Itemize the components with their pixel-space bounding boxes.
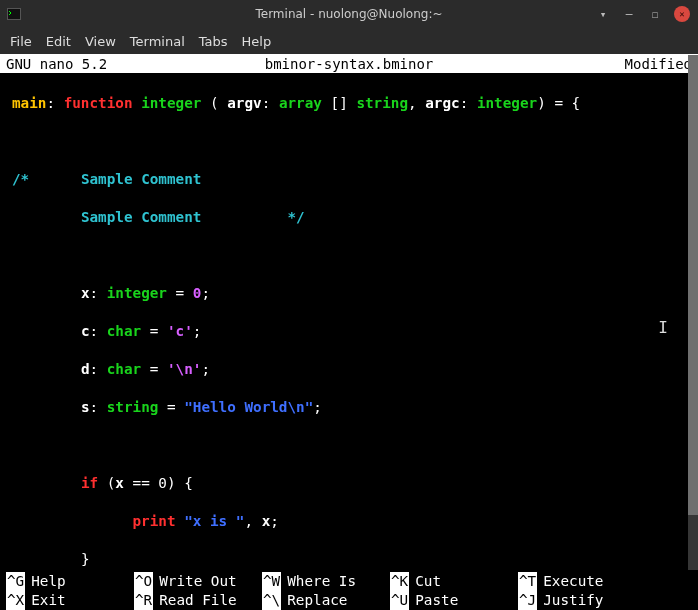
lit-hello: "Hello World\n" [184,399,313,415]
cmt-line2: Sample Comment [81,209,202,225]
shortcut-row-1: ^GHelp ^OWrite Out ^WWhere Is ^KCut ^TEx… [6,572,698,591]
id-x2: x [115,475,124,491]
menubar: File Edit View Terminal Tabs Help [0,28,698,54]
lit-xis: "x is " [184,513,244,529]
sc-execute[interactable]: ^TExecute [518,572,668,591]
shortcut-row-2: ^XExit ^RRead File ^\Replace ^UPaste ^JJ… [6,591,698,610]
sc-writeout[interactable]: ^OWrite Out [134,572,262,591]
lit-nl: '\n' [167,361,201,377]
sc-whereis[interactable]: ^WWhere Is [262,572,390,591]
menu-tabs[interactable]: Tabs [199,34,228,49]
kw-function: function [64,95,133,111]
menu-terminal[interactable]: Terminal [130,34,185,49]
typ-integer2: integer [477,95,537,111]
fn-main: main [12,95,46,111]
sc-cut[interactable]: ^KCut [390,572,518,591]
mouse-ibeam-icon: I [658,318,668,337]
lit-c: 'c' [167,323,193,339]
typ-string2: string [107,399,159,415]
cmt-line1: Sample Comment [81,171,202,187]
menu-view[interactable]: View [85,34,116,49]
menu-edit[interactable]: Edit [46,34,71,49]
typ-array: array [279,95,322,111]
typ-char: char [107,323,141,339]
sc-justify[interactable]: ^JJustify [518,591,668,610]
sc-replace[interactable]: ^\Replace [262,591,390,610]
typ-integer3: integer [107,285,167,301]
nano-filename: bminor-syntax.bminor [0,56,698,72]
menu-help[interactable]: Help [242,34,272,49]
menu-file[interactable]: File [10,34,32,49]
kw-print: print [133,513,176,529]
id-x3: x [262,513,271,529]
terminal-scrollbar[interactable] [688,55,698,570]
sc-readfile[interactable]: ^RRead File [134,591,262,610]
nano-shortcut-bar: ^GHelp ^OWrite Out ^WWhere Is ^KCut ^TEx… [0,572,698,610]
window-title: Terminal - nuolong@Nuolong:~ [0,7,698,21]
typ-string: string [356,95,408,111]
punc-brackets: [] [331,95,348,111]
typ-integer: integer [141,95,201,111]
typ-char2: char [107,361,141,377]
sc-exit[interactable]: ^XExit [6,591,134,610]
lit-0b: 0 [158,475,167,491]
nano-title-bar: GNU nano 5.2 bminor-syntax.bminor Modifi… [0,54,698,73]
sc-paste[interactable]: ^UPaste [390,591,518,610]
editor-area[interactable]: main: function integer ( argv: array [] … [0,73,698,572]
cmt-close: */ [287,209,304,225]
kw-if: if [81,475,98,491]
sc-help[interactable]: ^GHelp [6,572,134,591]
id-argc: argc [425,95,459,111]
cmt-open: /* [12,171,29,187]
id-argv: argv [227,95,261,111]
window-titlebar: Terminal - nuolong@Nuolong:~ ▾ ─ ☐ ✕ [0,0,698,28]
scrollbar-thumb[interactable] [688,55,698,515]
